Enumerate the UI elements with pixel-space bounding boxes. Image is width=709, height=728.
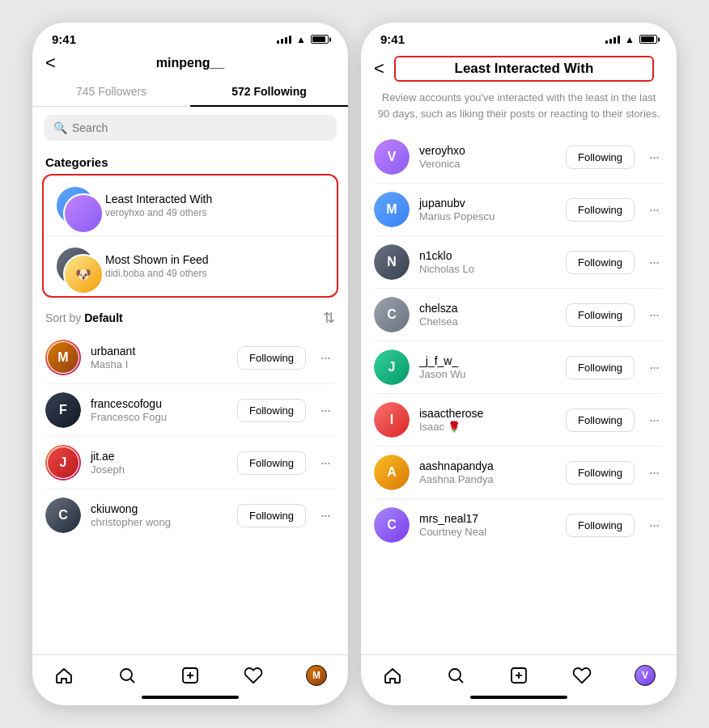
nav-search-right[interactable]: [445, 665, 466, 686]
follow-button-isaactherose[interactable]: Following: [566, 408, 635, 432]
profile-username: minpeng__: [156, 56, 224, 70]
username-chelsza: chelsza: [419, 302, 556, 315]
avatar-veroyhxo: V: [374, 139, 410, 175]
nav-add-right[interactable]: [508, 665, 529, 686]
username-francescofogu: francescofogu: [91, 397, 227, 410]
user-info-mrsneal17: mrs_neal17 Courtney Neal: [419, 512, 556, 538]
user-info-veroyhxo: veroyhxo Veronica: [419, 144, 556, 170]
user-info-aashnapandya: aashnapandya Aashna Pandya: [419, 459, 556, 485]
time-right: 9:41: [380, 32, 405, 46]
least-interacted-list: V veroyhxo Veronica Following ··· M jupa…: [361, 131, 677, 654]
user-info-ckiuwong: ckiuwong christopher wong: [91, 502, 227, 528]
category-name-1: Least Interacted With: [105, 193, 212, 205]
fullname-n1cklo: Nicholas Lo: [419, 263, 556, 275]
username-aashnapandya: aashnapandya: [419, 459, 556, 472]
search-bar[interactable]: 🔍: [44, 115, 337, 141]
avatar-urbanant: M: [45, 340, 81, 375]
nav-home-right[interactable]: [382, 665, 403, 686]
more-button-jupanubv[interactable]: ···: [644, 201, 664, 218]
user-item-ckiuwong: C ckiuwong christopher wong Following ··…: [32, 489, 348, 541]
avatar-chelsza: C: [374, 297, 410, 332]
more-button-chelsza[interactable]: ···: [644, 307, 664, 324]
more-button-urbanant[interactable]: ···: [316, 349, 335, 366]
more-button-francescofogu[interactable]: ···: [316, 402, 335, 419]
follow-button-jfw[interactable]: Following: [566, 356, 635, 379]
category-avatar-front-2: 🐶: [63, 254, 104, 294]
user-item-jfw: J _j_f_w_ Jason Wu Following ···: [361, 341, 677, 393]
right-phone: 9:41 ▲ < Least Interacted With Review ac…: [361, 23, 677, 705]
more-button-ckiuwong[interactable]: ···: [316, 507, 335, 524]
status-bar-right: 9:41 ▲: [361, 23, 677, 49]
tab-followers[interactable]: 745 Followers: [32, 77, 190, 106]
avatar-francescofogu: F: [45, 392, 81, 428]
svg-point-5: [449, 669, 461, 680]
nav-heart-left[interactable]: [243, 665, 264, 686]
nav-profile-right[interactable]: V: [635, 665, 656, 686]
user-item-chelsza: C chelsza Chelsea Following ···: [361, 289, 677, 341]
user-info-n1cklo: n1cklo Nicholas Lo: [419, 249, 556, 275]
category-least-interacted[interactable]: Least Interacted With veroyhxo and 49 ot…: [44, 176, 337, 236]
username-veroyhxo: veroyhxo: [419, 144, 556, 157]
follow-button-francescofogu[interactable]: Following: [237, 399, 306, 422]
more-button-n1cklo[interactable]: ···: [644, 254, 664, 271]
more-button-jfw[interactable]: ···: [644, 359, 664, 376]
username-jfw: _j_f_w_: [419, 354, 556, 367]
nav-add-left[interactable]: [180, 665, 201, 686]
user-item-aashnapandya: A aashnapandya Aashna Pandya Following ·…: [361, 447, 677, 498]
user-item-mrsneal17: C mrs_neal17 Courtney Neal Following ···: [361, 499, 677, 551]
nav-heart-right[interactable]: [571, 665, 592, 686]
follow-button-ckiuwong[interactable]: Following: [237, 504, 306, 527]
follow-button-aashnapandya[interactable]: Following: [566, 461, 635, 485]
fullname-francescofogu: Francesco Fogu: [91, 411, 227, 423]
back-button-right[interactable]: <: [374, 58, 384, 79]
avatar-n1cklo: N: [374, 244, 410, 280]
category-sub-2: didi.boba and 49 others: [105, 268, 209, 279]
fullname-jitae: Joseph: [91, 463, 227, 476]
more-button-mrsneal17[interactable]: ···: [644, 517, 664, 534]
category-name-2: Most Shown in Feed: [105, 253, 209, 266]
battery-icon: [311, 35, 329, 44]
avatar-jitae: J: [45, 445, 81, 480]
category-most-shown[interactable]: 🐶 Most Shown in Feed didi.boba and 49 ot…: [44, 236, 337, 296]
user-item-urbanant: M urbanant Masha I Following ···: [32, 332, 348, 383]
sort-icon[interactable]: ⇅: [323, 309, 335, 327]
user-info-francescofogu: francescofogu Francesco Fogu: [91, 397, 227, 423]
tab-following[interactable]: 572 Following: [190, 77, 348, 106]
follow-button-jitae[interactable]: Following: [237, 451, 306, 475]
more-button-aashnapandya[interactable]: ···: [644, 464, 664, 481]
username-urbanant: urbanant: [91, 345, 227, 358]
bottom-nav-left: M: [32, 654, 348, 692]
fullname-urbanant: Masha I: [91, 358, 227, 370]
fullname-veroyhxo: Veronica: [419, 158, 556, 170]
avatar-jfw: J: [374, 349, 410, 385]
follow-button-urbanant[interactable]: Following: [237, 346, 306, 370]
more-button-jitae[interactable]: ···: [316, 455, 335, 472]
user-info-isaactherose: isaactherose Isaac 🌹: [419, 407, 556, 433]
back-button-left[interactable]: <: [45, 53, 56, 74]
search-input[interactable]: [72, 121, 327, 134]
user-info-chelsza: chelsza Chelsea: [419, 302, 556, 328]
user-item-francescofogu: F francescofogu Francesco Fogu Following…: [32, 384, 348, 436]
user-item-jitae: J jit.ae Joseph Following ···: [32, 437, 348, 489]
nav-search-left[interactable]: [117, 665, 138, 686]
category-info-2: Most Shown in Feed didi.boba and 49 othe…: [105, 253, 209, 279]
tabs-left: 745 Followers 572 Following: [32, 77, 348, 107]
follow-button-mrsneal17[interactable]: Following: [566, 514, 635, 537]
avatar-aashnapandya: A: [374, 455, 410, 490]
follow-button-chelsza[interactable]: Following: [566, 303, 635, 327]
nav-profile-left[interactable]: M: [306, 665, 327, 686]
svg-point-0: [121, 669, 132, 680]
username-jitae: jit.ae: [91, 450, 227, 463]
follow-button-jupanubv[interactable]: Following: [566, 198, 635, 222]
user-info-urbanant: urbanant Masha I: [91, 345, 227, 370]
more-button-isaactherose[interactable]: ···: [644, 412, 664, 429]
more-button-veroyhxo[interactable]: ···: [644, 149, 664, 166]
category-avatar-stack-2: 🐶: [55, 246, 96, 286]
fullname-aashnapandya: Aashna Pandya: [419, 473, 556, 485]
follow-button-veroyhxo[interactable]: Following: [566, 146, 635, 169]
user-info-jitae: jit.ae Joseph: [91, 450, 227, 476]
nav-home-left[interactable]: [53, 665, 74, 686]
user-item-n1cklo: N n1cklo Nicholas Lo Following ···: [361, 236, 677, 288]
time-left: 9:41: [52, 32, 76, 46]
follow-button-n1cklo[interactable]: Following: [566, 251, 635, 274]
